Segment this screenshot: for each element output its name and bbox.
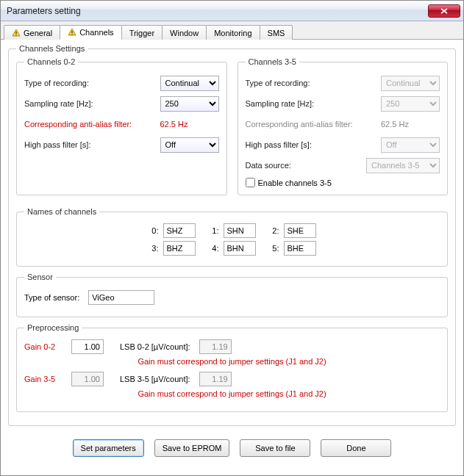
- channel-idx: 1:: [209, 226, 219, 235]
- sampling-rate-select[interactable]: 250: [160, 96, 219, 112]
- channel-idx: 0:: [149, 226, 159, 235]
- set-parameters-button[interactable]: Set parameters: [73, 439, 144, 457]
- high-pass-label: High pass filter [s]:: [24, 140, 160, 149]
- anti-alias-value: 62.5 Hz: [160, 120, 219, 129]
- tab-trigger[interactable]: Trigger: [121, 25, 163, 40]
- gain-note: Gain must correspond to jumper settings …: [24, 357, 440, 366]
- tab-label: Trigger: [129, 29, 154, 37]
- preprocessing-group: Preprocessing Gain 0-2 LSB 0-2 [µV/count…: [16, 323, 448, 412]
- sampling-rate-select: 250: [381, 96, 440, 112]
- data-source-select: Channels 3-5: [366, 158, 440, 173]
- gain-0-2-label: Gain 0-2: [24, 342, 63, 351]
- svg-rect-0: [15, 32, 16, 34]
- group-legend: Names of channels: [24, 207, 99, 216]
- tab-label: General: [24, 29, 52, 37]
- done-button[interactable]: Done: [321, 439, 391, 457]
- channel-name-input[interactable]: [224, 223, 256, 238]
- tab-sms[interactable]: SMS: [260, 25, 293, 40]
- channel-name-2: 2:: [269, 223, 316, 238]
- content-area: Channels Settings Channels 0-2 Type of r…: [1, 40, 463, 469]
- anti-alias-value: 62.5 Hz: [381, 120, 440, 129]
- titlebar: Parameters setting: [1, 1, 463, 21]
- channel-name-0: 0:: [149, 223, 196, 238]
- channel-idx: 2:: [269, 226, 279, 235]
- channel-name-3: 3:: [149, 241, 196, 256]
- svg-rect-1: [15, 35, 16, 35]
- channels-settings-group: Channels Settings Channels 0-2 Type of r…: [8, 44, 456, 426]
- sensor-type-input[interactable]: [88, 290, 154, 305]
- tab-label: SMS: [268, 29, 285, 37]
- channel-name-5: 5:: [269, 241, 316, 256]
- channel-name-input[interactable]: [163, 223, 196, 238]
- gain-3-5-label: Gain 3-5: [24, 375, 63, 383]
- channel-idx: 5:: [269, 244, 279, 253]
- channel-name-1: 1:: [209, 223, 256, 238]
- type-recording-select: Continual: [381, 76, 440, 91]
- tab-label: Monitoring: [214, 29, 251, 37]
- channel-name-input[interactable]: [224, 241, 256, 256]
- enable-channels-checkbox[interactable]: [246, 178, 255, 187]
- warning-icon: [12, 29, 21, 37]
- gain-3-5-input: [71, 372, 104, 386]
- close-button[interactable]: [428, 4, 460, 18]
- channel-name-input[interactable]: [163, 241, 196, 256]
- group-legend: Channels 0-2: [24, 57, 78, 66]
- button-bar: Set parameters Save to EPROM Save to fil…: [8, 432, 456, 461]
- type-recording-select[interactable]: Continual: [160, 76, 219, 91]
- high-pass-select[interactable]: Off: [160, 137, 219, 153]
- tab-bar: General Channels Trigger Window Monitori…: [1, 21, 463, 40]
- names-group: Names of channels 0: 1: 2: 3: 4: 5:: [16, 207, 448, 267]
- save-eprom-button[interactable]: Save to EPROM: [154, 439, 230, 457]
- channel-idx: 3:: [149, 244, 159, 253]
- anti-alias-label: Corresponding anti-alias filter:: [246, 120, 382, 129]
- enable-channels-label: Enable channels 3-5: [258, 178, 332, 187]
- sampling-rate-label: Sampling rate [Hz]:: [24, 99, 160, 108]
- anti-alias-label: Corresponding anti-alias filter:: [24, 120, 160, 129]
- data-source-label: Data source:: [246, 161, 367, 170]
- channel-name-input[interactable]: [284, 241, 316, 256]
- tab-label: Window: [170, 29, 199, 37]
- channels-3-5-group: Channels 3-5 Type of recording: Continua…: [238, 57, 449, 195]
- gain-note: Gain must correspond to jumper settings …: [24, 389, 440, 398]
- channel-name-4: 4:: [209, 241, 256, 256]
- lsb-3-5-input: [199, 372, 232, 386]
- channel-name-input[interactable]: [284, 223, 316, 238]
- gain-0-2-input[interactable]: [71, 339, 104, 354]
- channel-idx: 4:: [209, 244, 219, 253]
- sensor-group: Sensor Type of sensor:: [16, 273, 448, 317]
- tab-channels[interactable]: Channels: [60, 25, 121, 40]
- lsb-3-5-label: LSB 3-5 [µV/count]:: [120, 375, 190, 383]
- type-recording-label: Type of recording:: [246, 79, 382, 87]
- high-pass-label: High pass filter [s]:: [246, 140, 382, 149]
- window-title: Parameters setting: [7, 6, 428, 16]
- sensor-type-label: Type of sensor:: [24, 293, 79, 302]
- group-legend: Sensor: [24, 273, 56, 281]
- save-file-button[interactable]: Save to file: [240, 439, 310, 457]
- tab-monitoring[interactable]: Monitoring: [206, 25, 260, 40]
- svg-rect-2: [72, 31, 73, 33]
- high-pass-select: Off: [381, 137, 440, 153]
- close-icon: [440, 8, 448, 14]
- group-legend: Preprocessing: [24, 323, 82, 332]
- tab-label: Channels: [79, 28, 113, 37]
- lsb-0-2-input: [199, 339, 232, 354]
- lsb-0-2-label: LSB 0-2 [µV/count]:: [120, 342, 190, 351]
- sampling-rate-label: Sampling rate [Hz]:: [246, 99, 382, 108]
- warning-icon: [68, 28, 76, 37]
- group-legend: Channels 3-5: [246, 57, 299, 66]
- type-recording-label: Type of recording:: [24, 79, 160, 87]
- group-legend: Channels Settings: [16, 44, 88, 53]
- tab-window[interactable]: Window: [162, 25, 207, 40]
- svg-rect-3: [72, 34, 73, 35]
- tab-general[interactable]: General: [4, 25, 60, 40]
- channels-0-2-group: Channels 0-2 Type of recording: Continua…: [16, 57, 227, 195]
